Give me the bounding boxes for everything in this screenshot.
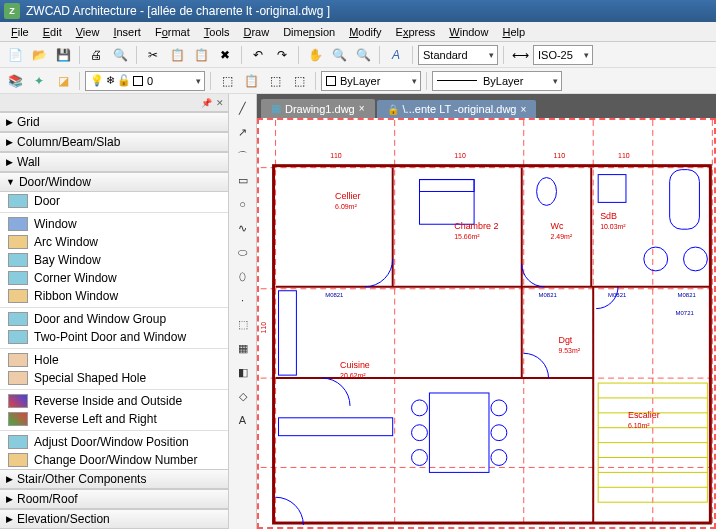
palette-item-reverse-lr[interactable]: Reverse Left and Right: [0, 410, 228, 428]
menu-view[interactable]: View: [69, 24, 107, 40]
palette-item-two-point-dw[interactable]: Two-Point Door and Window: [0, 328, 228, 346]
tab-drawing1[interactable]: ▦ Drawing1.dwg ×: [261, 99, 375, 118]
paste-button[interactable]: 📋: [190, 44, 212, 66]
pline-tool[interactable]: ↗: [232, 122, 254, 142]
cut-button[interactable]: ✂: [142, 44, 164, 66]
palette-section-doorwin[interactable]: ▼Door/Window: [0, 172, 228, 192]
dim-style-select[interactable]: ISO-25: [533, 45, 593, 65]
palette-item-corner-window[interactable]: Corner Window: [0, 269, 228, 287]
palette-item-bay-window[interactable]: Bay Window: [0, 251, 228, 269]
palette-section-roomroof[interactable]: ▶Room/Roof: [0, 489, 228, 509]
layer-iso-button[interactable]: ◪: [52, 70, 74, 92]
undo-button[interactable]: ↶: [247, 44, 269, 66]
ellipse-tool[interactable]: ⬭: [232, 242, 254, 262]
svg-text:Dgt: Dgt: [558, 335, 572, 345]
close-icon[interactable]: ×: [359, 103, 365, 114]
palette-section-elev[interactable]: ▶Elevation/Section: [0, 509, 228, 529]
menu-tools[interactable]: Tools: [197, 24, 237, 40]
palette-section-cbs[interactable]: ▶Column/Beam/Slab: [0, 132, 228, 152]
document-tabs: ▦ Drawing1.dwg × 🔒 \...ente LT -original…: [257, 94, 716, 118]
svg-text:Cellier: Cellier: [335, 191, 360, 201]
block-tool[interactable]: ⬚: [232, 314, 254, 334]
svg-rect-10: [274, 166, 711, 523]
toolbar-standard: 📄 📂 💾 🖨 🔍 ✂ 📋 📋 ✖ ↶ ↷ ✋ 🔍 🔍 A Standard ⟷…: [0, 42, 716, 68]
palette-item-door[interactable]: Door: [0, 192, 228, 210]
copy-button[interactable]: 📋: [166, 44, 188, 66]
redo-button[interactable]: ↷: [271, 44, 293, 66]
menu-insert[interactable]: Insert: [106, 24, 148, 40]
print-button[interactable]: 🖨: [85, 44, 107, 66]
layer-tool-button[interactable]: ✦: [28, 70, 50, 92]
dwg-icon: ▦: [271, 102, 281, 115]
svg-text:6.09m²: 6.09m²: [335, 203, 357, 210]
palette-item-reverse-io[interactable]: Reverse Inside and Outside: [0, 392, 228, 410]
menu-express[interactable]: Express: [389, 24, 443, 40]
menu-draw[interactable]: Draw: [236, 24, 276, 40]
menu-modify[interactable]: Modify: [342, 24, 388, 40]
svg-text:M0821: M0821: [325, 292, 344, 298]
menu-edit[interactable]: Edit: [36, 24, 69, 40]
text-tool[interactable]: A: [232, 410, 254, 430]
line-tool[interactable]: ╱: [232, 98, 254, 118]
menu-window[interactable]: Window: [442, 24, 495, 40]
menu-dimension[interactable]: Dimension: [276, 24, 342, 40]
point-tool[interactable]: ·: [232, 290, 254, 310]
palette-section-stair[interactable]: ▶Stair/Other Components: [0, 469, 228, 489]
arc-tool[interactable]: ⌒: [232, 146, 254, 166]
layer-prev-button[interactable]: ⬚: [216, 70, 238, 92]
menu-file[interactable]: File: [4, 24, 36, 40]
palette-close-icon[interactable]: ✕: [216, 98, 224, 108]
text-style-select[interactable]: Standard: [418, 45, 498, 65]
close-icon[interactable]: ×: [520, 104, 526, 115]
spline-tool[interactable]: ∿: [232, 218, 254, 238]
ellipse-arc-tool[interactable]: ⬯: [232, 266, 254, 286]
svg-text:110: 110: [554, 152, 566, 159]
linetype-select[interactable]: ByLayer: [432, 71, 562, 91]
save-button[interactable]: 💾: [52, 44, 74, 66]
circle-tool[interactable]: ○: [232, 194, 254, 214]
new-button[interactable]: 📄: [4, 44, 26, 66]
palette-item-dw-group[interactable]: Door and Window Group: [0, 310, 228, 328]
svg-point-32: [644, 247, 668, 271]
layer-mgr-button[interactable]: 📚: [4, 70, 26, 92]
tab-original[interactable]: 🔒 \...ente LT -original.dwg ×: [377, 100, 537, 118]
color-select[interactable]: ByLayer: [321, 71, 421, 91]
layer-states-button[interactable]: 📋: [240, 70, 262, 92]
text-style-button[interactable]: A: [385, 44, 407, 66]
svg-text:SdB: SdB: [600, 211, 617, 221]
palette-section-wall[interactable]: ▶Wall: [0, 152, 228, 172]
rect-tool[interactable]: ▭: [232, 170, 254, 190]
zoom-button[interactable]: 🔍: [328, 44, 350, 66]
window-title: ZWCAD Architecture - [allée de charente …: [26, 4, 330, 18]
pan-button[interactable]: ✋: [304, 44, 326, 66]
plot-preview-button[interactable]: 🔍: [109, 44, 131, 66]
svg-rect-18: [419, 180, 474, 225]
svg-point-24: [491, 400, 507, 416]
palette-item-change-dw-num[interactable]: Change Door/Window Number: [0, 451, 228, 469]
layer-merge-button[interactable]: ⬚: [288, 70, 310, 92]
svg-text:M0821: M0821: [608, 292, 627, 298]
svg-point-33: [684, 247, 708, 271]
zoom-prev-button[interactable]: 🔍: [352, 44, 374, 66]
region-tool[interactable]: ◇: [232, 386, 254, 406]
palette-item-ribbon-window[interactable]: Ribbon Window: [0, 287, 228, 305]
dim-style-button[interactable]: ⟷: [509, 44, 531, 66]
drawing-canvas[interactable]: 110 110 110 110 110 M0821 M0821 M0821 M0…: [257, 118, 716, 529]
match-button[interactable]: ✖: [214, 44, 236, 66]
open-button[interactable]: 📂: [28, 44, 50, 66]
layer-select[interactable]: 💡❄🔓 0: [85, 71, 205, 91]
svg-text:10.03m²: 10.03m²: [600, 223, 626, 230]
palette-section-grid[interactable]: ▶Grid: [0, 112, 228, 132]
menu-format[interactable]: Format: [148, 24, 197, 40]
svg-rect-30: [598, 175, 626, 203]
palette-item-hole[interactable]: Hole: [0, 351, 228, 369]
palette-item-adjust-dw[interactable]: Adjust Door/Window Position: [0, 433, 228, 451]
layer-match-button[interactable]: ⬚: [264, 70, 286, 92]
palette-pin-icon[interactable]: 📌: [201, 98, 212, 108]
palette-item-arc-window[interactable]: Arc Window: [0, 233, 228, 251]
hatch-tool[interactable]: ▦: [232, 338, 254, 358]
palette-item-window[interactable]: Window: [0, 215, 228, 233]
palette-item-special-hole[interactable]: Special Shaped Hole: [0, 369, 228, 387]
menu-help[interactable]: Help: [495, 24, 532, 40]
gradient-tool[interactable]: ◧: [232, 362, 254, 382]
